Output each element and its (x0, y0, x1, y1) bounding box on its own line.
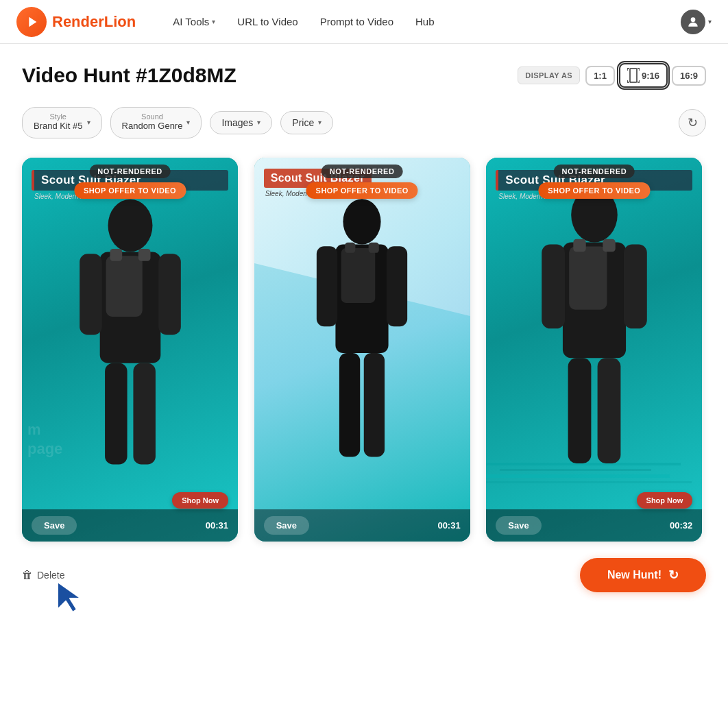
svg-rect-28 (369, 243, 379, 253)
svg-rect-13 (80, 254, 101, 335)
aspect-buttons: 1:1 9:16 (585, 63, 706, 88)
refresh-button[interactable]: ↻ (679, 109, 706, 136)
nav-hub[interactable]: Hub (406, 10, 444, 33)
duration-label-2: 00:31 (437, 520, 460, 531)
logo-icon (16, 7, 47, 37)
nav-prompt-to-video[interactable]: Prompt to Video (311, 10, 403, 33)
price-filter[interactable]: Price ▾ (280, 111, 333, 134)
aspect-9-16-button[interactable]: 9:16 (619, 63, 668, 88)
nav-links: AI Tools ▾ URL to Video Prompt to Video … (163, 10, 681, 33)
filters-row: Style Brand Kit #5 ▾ Sound Random Genre … (22, 107, 706, 138)
video-card-3: Scout Suit Blazer Sleek, Modern And Comf… (486, 158, 702, 542)
svg-rect-36 (573, 239, 585, 251)
shop-offer-button-2[interactable]: SHOP OFFER TO VIDEO (306, 182, 418, 199)
duration-label-1: 00:31 (206, 520, 228, 531)
svg-point-20 (343, 199, 381, 245)
shop-now-button-3[interactable]: Shop Now (637, 492, 693, 509)
svg-rect-22 (317, 247, 337, 327)
logo[interactable]: RenderLion (16, 7, 136, 37)
svg-rect-15 (105, 363, 127, 465)
save-button-1[interactable]: Save (32, 516, 77, 535)
shop-offer-button-1[interactable]: SHOP OFFER TO VIDEO (74, 182, 186, 199)
svg-rect-31 (542, 244, 565, 328)
images-filter[interactable]: Images ▾ (210, 111, 272, 134)
chevron-down-icon: ▾ (212, 18, 215, 25)
video-card-2: Scout Suit Blazer Sleek, Modern And Comf… (254, 158, 470, 542)
card2-bottom-bar: Save 00:31 (254, 509, 470, 542)
save-button-3[interactable]: Save (496, 516, 541, 535)
shop-now-button-1[interactable]: Shop Now (172, 492, 228, 509)
nav-url-to-video[interactable]: URL to Video (228, 10, 307, 33)
chevron-down-icon: ▾ (257, 119, 260, 126)
title-row: Video Hunt #1Z0d8MZ DISPLAY AS 1:1 (22, 63, 706, 88)
refresh-icon: ↻ (668, 568, 679, 583)
user-menu[interactable]: ▾ (681, 10, 712, 34)
svg-rect-14 (158, 254, 180, 335)
card3-bottom-bar: Save 00:32 (486, 509, 702, 542)
svg-rect-24 (339, 353, 360, 457)
bottom-row: 🗑 Delete New Hunt! ↻ (22, 558, 706, 592)
svg-rect-16 (133, 363, 155, 465)
card1-bottom-bar: Save 00:31 (22, 509, 238, 542)
not-rendered-badge-3: NOT-RENDERED (554, 165, 635, 178)
svg-marker-0 (29, 16, 36, 27)
display-as-label: DISPLAY AS (518, 66, 580, 84)
chevron-down-icon: ▾ (186, 119, 190, 126)
trash-icon: 🗑 (22, 569, 33, 581)
delete-button[interactable]: 🗑 Delete (22, 565, 64, 585)
svg-rect-27 (345, 243, 355, 253)
svg-rect-18 (110, 249, 122, 261)
svg-rect-25 (364, 353, 385, 457)
svg-rect-26 (341, 248, 376, 303)
chevron-down-icon: ▾ (318, 119, 321, 126)
avatar[interactable] (681, 10, 705, 34)
video-card-1: Scout Suit Blazer Sleek, Modern And Comf… (22, 158, 238, 542)
page-title: Video Hunt #1Z0d8MZ (22, 64, 518, 87)
nav-ai-tools[interactable]: AI Tools ▾ (163, 10, 225, 33)
card2-person (287, 219, 438, 507)
svg-rect-32 (624, 244, 647, 328)
chevron-down-icon: ▾ (87, 119, 90, 126)
sound-filter[interactable]: Sound Random Genre ▾ (110, 107, 202, 138)
aspect-16-9-button[interactable]: 16:9 (672, 66, 706, 86)
svg-rect-37 (603, 239, 615, 251)
new-hunt-button[interactable]: New Hunt! ↻ (580, 558, 706, 592)
svg-rect-19 (138, 249, 150, 261)
logo-text: RenderLion (52, 13, 136, 31)
svg-rect-33 (568, 358, 591, 463)
aspect-1-1-button[interactable]: 1:1 (585, 66, 615, 86)
duration-label-3: 00:32 (670, 520, 692, 531)
svg-point-1 (691, 17, 696, 22)
shop-offer-button-3[interactable]: SHOP OFFER TO VIDEO (538, 182, 650, 199)
chevron-down-icon: ▾ (708, 18, 712, 25)
cards-grid: Scout Suit Blazer Sleek, Modern And Comf… (22, 158, 706, 542)
svg-rect-2 (630, 69, 637, 82)
svg-rect-17 (106, 256, 142, 317)
style-filter[interactable]: Style Brand Kit #5 ▾ (22, 107, 102, 138)
main-content: Video Hunt #1Z0d8MZ DISPLAY AS 1:1 (0, 44, 728, 611)
save-button-2[interactable]: Save (264, 516, 309, 535)
svg-point-11 (108, 199, 152, 252)
svg-rect-35 (569, 246, 607, 309)
svg-rect-23 (387, 247, 407, 327)
not-rendered-badge-2: NOT-RENDERED (321, 165, 403, 178)
navbar: RenderLion AI Tools ▾ URL to Video Promp… (0, 0, 728, 44)
card1-person (49, 239, 210, 507)
card3-person (510, 239, 679, 507)
svg-rect-34 (597, 358, 620, 463)
not-rendered-badge-1: NOT-RENDERED (89, 165, 171, 178)
